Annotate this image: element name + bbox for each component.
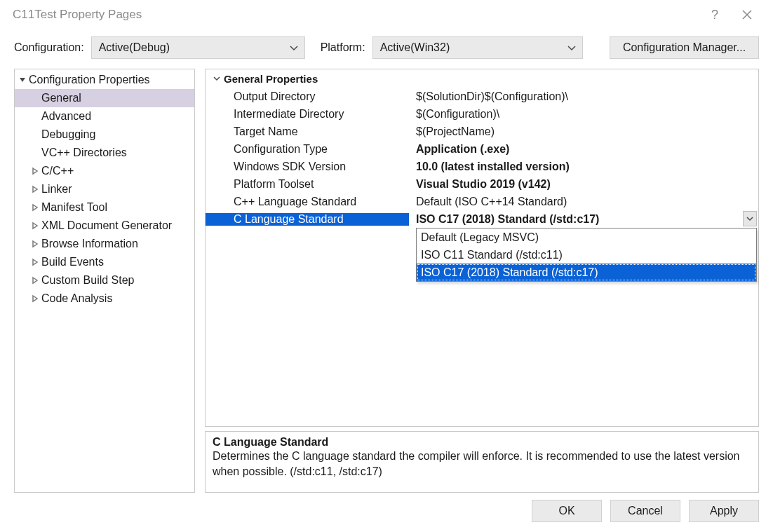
ok-button[interactable]: OK bbox=[532, 500, 602, 522]
description-panel: C Language Standard Determines the C lan… bbox=[205, 431, 759, 493]
property-name: C Language Standard bbox=[206, 213, 409, 226]
tree-item[interactable]: C/C++ bbox=[15, 162, 194, 180]
property-row[interactable]: C Language StandardISO C17 (2018) Standa… bbox=[206, 210, 758, 228]
property-grid[interactable]: General Properties Output Directory$(Sol… bbox=[205, 69, 759, 427]
nav-tree[interactable]: Configuration Properties GeneralAdvanced… bbox=[14, 69, 195, 493]
dropdown-option[interactable]: Default (Legacy MSVC) bbox=[417, 229, 756, 246]
apply-label: Apply bbox=[710, 505, 738, 517]
chevron-down-icon bbox=[210, 74, 224, 83]
configuration-manager-button[interactable]: Configuration Manager... bbox=[610, 36, 759, 59]
dropdown-list[interactable]: Default (Legacy MSVC)ISO C11 Standard (/… bbox=[416, 228, 757, 282]
property-row[interactable]: C++ Language StandardDefault (ISO C++14 … bbox=[206, 193, 758, 210]
tree-item-label: Manifest Tool bbox=[41, 201, 107, 214]
property-value[interactable]: Default (ISO C++14 Standard) bbox=[409, 196, 758, 208]
chevron-down-icon bbox=[288, 41, 300, 54]
tree-item[interactable]: Debugging bbox=[15, 125, 194, 144]
tree-item[interactable]: Browse Information bbox=[15, 235, 194, 253]
svg-marker-5 bbox=[33, 223, 37, 229]
svg-marker-2 bbox=[33, 168, 37, 174]
tree-root-label: Configuration Properties bbox=[29, 74, 150, 86]
property-row[interactable]: Windows SDK Version10.0 (latest installe… bbox=[206, 158, 758, 175]
triangle-right-icon bbox=[29, 185, 41, 193]
triangle-right-icon bbox=[29, 276, 41, 285]
tree-item[interactable]: General bbox=[15, 89, 194, 107]
description-title: C Language Standard bbox=[213, 436, 751, 449]
svg-marker-4 bbox=[33, 205, 37, 210]
chevron-down-icon bbox=[746, 214, 754, 223]
property-value[interactable]: ISO C17 (2018) Standard (/std:c17) bbox=[409, 213, 758, 226]
configuration-manager-label: Configuration Manager... bbox=[623, 41, 746, 54]
property-row[interactable]: Output Directory$(SolutionDir)$(Configur… bbox=[206, 88, 758, 105]
property-name: Target Name bbox=[206, 125, 409, 138]
tree-item[interactable]: Manifest Tool bbox=[15, 198, 194, 217]
property-value[interactable]: 10.0 (latest installed version) bbox=[409, 161, 758, 173]
group-header[interactable]: General Properties bbox=[206, 69, 758, 88]
tree-item-label: Code Analysis bbox=[41, 292, 112, 305]
config-bar: Configuration: Active(Debug) Platform: A… bbox=[0, 29, 773, 63]
property-value[interactable]: $(SolutionDir)$(Configuration)\ bbox=[409, 90, 758, 103]
property-row[interactable]: Target Name$(ProjectName) bbox=[206, 123, 758, 140]
cancel-button[interactable]: Cancel bbox=[610, 500, 680, 522]
chevron-down-icon bbox=[565, 41, 578, 54]
property-row[interactable]: Intermediate Directory$(Configuration)\ bbox=[206, 105, 758, 123]
tree-item[interactable]: Custom Build Step bbox=[15, 271, 194, 289]
tree-item-label: Custom Build Step bbox=[41, 274, 135, 287]
tree-item[interactable]: Build Events bbox=[15, 253, 194, 271]
triangle-right-icon bbox=[29, 294, 41, 303]
tree-item-label: Debugging bbox=[41, 128, 95, 141]
platform-combo[interactable]: Active(Win32) bbox=[372, 36, 583, 59]
dropdown-button[interactable] bbox=[743, 211, 757, 226]
platform-label: Platform: bbox=[321, 41, 365, 54]
property-name: Output Directory bbox=[206, 90, 409, 103]
svg-marker-9 bbox=[33, 296, 37, 301]
svg-marker-1 bbox=[20, 78, 25, 82]
close-button[interactable] bbox=[731, 0, 763, 29]
tree-item-label: Linker bbox=[41, 183, 72, 196]
tree-item-label: C/C++ bbox=[41, 165, 74, 177]
property-name: Platform Toolset bbox=[206, 178, 409, 191]
configuration-label: Configuration: bbox=[14, 41, 84, 54]
triangle-open-icon bbox=[16, 76, 29, 84]
tree-item-label: General bbox=[41, 92, 81, 104]
tree-item[interactable]: Code Analysis bbox=[15, 289, 194, 308]
dropdown-option[interactable]: ISO C11 Standard (/std:c11) bbox=[417, 246, 756, 264]
configuration-value: Active(Debug) bbox=[99, 41, 170, 54]
help-button[interactable]: ? bbox=[699, 0, 731, 29]
dropdown-option[interactable]: ISO C17 (2018) Standard (/std:c17) bbox=[417, 264, 756, 281]
property-value[interactable]: $(ProjectName) bbox=[409, 125, 758, 138]
tree-item[interactable]: Linker bbox=[15, 180, 194, 198]
triangle-right-icon bbox=[29, 240, 41, 248]
tree-item[interactable]: XML Document Generator bbox=[15, 217, 194, 235]
svg-marker-7 bbox=[33, 259, 37, 265]
platform-value: Active(Win32) bbox=[380, 41, 450, 54]
svg-marker-3 bbox=[33, 186, 37, 192]
ok-label: OK bbox=[558, 505, 574, 517]
triangle-right-icon bbox=[29, 221, 41, 230]
property-row[interactable]: Configuration TypeApplication (.exe) bbox=[206, 140, 758, 158]
property-name: C++ Language Standard bbox=[206, 196, 409, 208]
tree-item-label: VC++ Directories bbox=[41, 146, 127, 159]
triangle-right-icon bbox=[29, 258, 41, 266]
group-label: General Properties bbox=[224, 73, 318, 85]
apply-button[interactable]: Apply bbox=[689, 500, 759, 522]
property-value[interactable]: Visual Studio 2019 (v142) bbox=[409, 178, 758, 191]
property-value[interactable]: $(Configuration)\ bbox=[409, 108, 758, 121]
property-row[interactable]: Platform ToolsetVisual Studio 2019 (v142… bbox=[206, 175, 758, 193]
triangle-right-icon bbox=[29, 203, 41, 212]
window-title: C11Test Property Pages bbox=[13, 8, 142, 22]
tree-item[interactable]: Advanced bbox=[15, 107, 194, 125]
configuration-combo[interactable]: Active(Debug) bbox=[91, 36, 305, 59]
property-value[interactable]: Application (.exe) bbox=[409, 143, 758, 156]
cancel-label: Cancel bbox=[628, 505, 663, 517]
triangle-right-icon bbox=[29, 167, 41, 175]
description-body: Determines the C language standard the c… bbox=[213, 449, 751, 479]
property-name: Intermediate Directory bbox=[206, 108, 409, 121]
svg-marker-8 bbox=[33, 278, 37, 283]
tree-root[interactable]: Configuration Properties bbox=[15, 71, 194, 89]
titlebar: C11Test Property Pages ? bbox=[0, 0, 773, 29]
footer-buttons: OK Cancel Apply bbox=[532, 500, 759, 522]
tree-item[interactable]: VC++ Directories bbox=[15, 144, 194, 162]
svg-marker-6 bbox=[33, 241, 37, 247]
tree-item-label: Build Events bbox=[41, 256, 104, 268]
tree-item-label: Browse Information bbox=[41, 238, 138, 250]
